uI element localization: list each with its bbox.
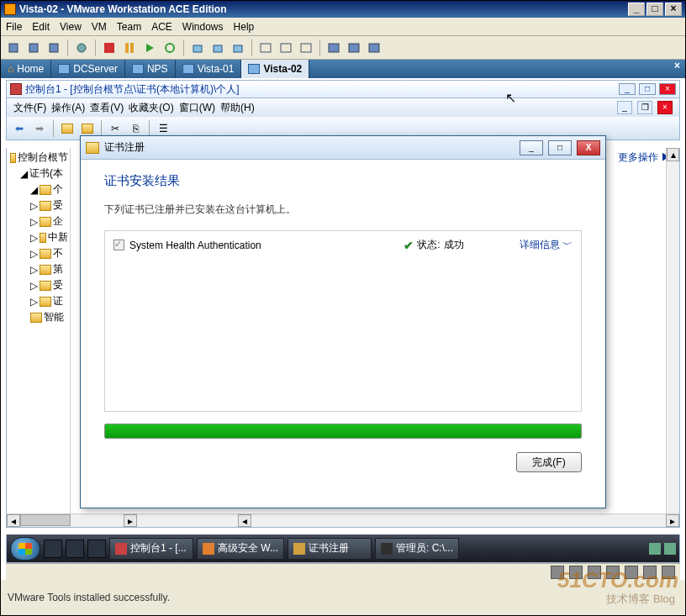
scroll-left2-icon[interactable]: ◂ — [238, 514, 251, 527]
svg-rect-5 — [125, 43, 129, 53]
tree-folder[interactable]: 智能 — [8, 309, 68, 325]
tab-nps[interactable]: NPS — [125, 60, 176, 78]
task-cert[interactable]: 证书注册 — [288, 538, 372, 560]
snapshot-take-icon[interactable] — [188, 39, 207, 57]
menu-view[interactable]: View — [60, 21, 82, 33]
tree-folder[interactable]: ▷不 — [8, 245, 68, 261]
mmc-maximize-button[interactable]: □ — [639, 83, 656, 95]
start-button[interactable] — [10, 537, 40, 561]
vm-icon — [182, 64, 194, 74]
mmc-menu-file[interactable]: 文件(F) — [13, 101, 46, 115]
unity-icon[interactable] — [365, 39, 383, 57]
tab-vista02[interactable]: Vista-02 — [241, 60, 309, 78]
tray-icon[interactable] — [664, 543, 676, 555]
scroll-right2-icon[interactable]: ▸ — [666, 514, 679, 527]
quicklaunch-icon[interactable] — [87, 540, 106, 558]
menu-windows[interactable]: Windows — [182, 21, 224, 33]
mmc-minimize-button[interactable]: _ — [619, 83, 636, 95]
folder-up-icon[interactable] — [58, 119, 77, 138]
expand-icon: ▷ — [30, 216, 38, 228]
device-icon[interactable] — [662, 566, 675, 579]
tree-folder[interactable]: ▷第 — [8, 261, 68, 277]
scroll-right-icon[interactable]: ▸ — [124, 514, 137, 527]
tab-vista01[interactable]: Vista-01 — [176, 60, 242, 78]
view-console-icon[interactable] — [256, 39, 275, 57]
snapshot-revert-icon[interactable] — [208, 39, 227, 57]
reset-icon[interactable] — [161, 39, 179, 57]
mmc-menu-action[interactable]: 操作(A) — [51, 101, 85, 115]
menu-file[interactable]: File — [6, 21, 22, 33]
tray-icon[interactable] — [649, 543, 661, 555]
device-icon[interactable] — [625, 566, 638, 579]
mmc-menu-view[interactable]: 查看(V) — [90, 101, 124, 115]
menu-ace[interactable]: ACE — [151, 21, 172, 33]
tree-folder[interactable]: ▷中新 — [8, 229, 68, 245]
detail-link[interactable]: 详细信息 ﹀ — [520, 238, 573, 252]
forward-icon[interactable]: ➡ — [30, 119, 49, 138]
task-console[interactable]: 控制台1 - [... — [109, 538, 193, 560]
mmc-menu-fav[interactable]: 收藏夹(O) — [129, 101, 173, 115]
more-actions-link[interactable]: 更多操作 — [618, 151, 658, 163]
tree-cert[interactable]: ◢证书(本 — [8, 166, 68, 182]
quickswitch-icon[interactable] — [345, 39, 363, 57]
finish-button[interactable]: 完成(F) — [516, 452, 582, 472]
scroll-up-icon[interactable]: ▴ — [667, 148, 679, 161]
close-button[interactable]: × — [665, 3, 682, 16]
task-cmd[interactable]: 管理员: C:\... — [375, 538, 459, 560]
task-firewall[interactable]: 高级安全 W... — [197, 538, 284, 560]
mmc-child-minimize[interactable]: _ — [617, 101, 632, 114]
tab-close-icon[interactable]: × — [669, 60, 685, 78]
snapshot-manage-icon[interactable] — [229, 39, 247, 57]
minimize-button[interactable]: _ — [628, 3, 645, 16]
mmc-title-text: 控制台1 - [控制台根节点\证书(本地计算机)\个人] — [25, 82, 240, 97]
detail-label: 详细信息 — [520, 239, 560, 250]
mmc-close-button[interactable]: × — [659, 83, 676, 95]
menu-team[interactable]: Team — [117, 21, 141, 33]
scroll-thumb[interactable] — [20, 514, 71, 526]
tree-folder[interactable]: ▷受 — [8, 197, 68, 213]
mmc-child-close[interactable]: × — [657, 101, 673, 114]
menu-vm[interactable]: VM — [92, 21, 107, 33]
snapshot-icon[interactable] — [72, 39, 91, 57]
power-on-icon[interactable] — [4, 39, 23, 57]
tree-folder[interactable]: ▷受 — [8, 277, 68, 293]
tab-home[interactable]: ⌂Home — [1, 60, 51, 78]
dialog-titlebar: 证书注册 _ □ X — [81, 136, 605, 160]
scroll-left-icon[interactable]: ◂ — [7, 514, 20, 527]
device-icon[interactable] — [569, 566, 583, 579]
device-icon[interactable] — [588, 566, 601, 579]
menu-help[interactable]: Help — [234, 21, 255, 33]
maximize-button[interactable]: □ — [646, 3, 663, 16]
device-icon[interactable] — [643, 566, 657, 579]
svg-rect-12 — [261, 44, 271, 52]
dialog-minimize-button[interactable]: _ — [520, 140, 543, 155]
view-summary-icon[interactable] — [277, 39, 295, 57]
quicklaunch-icon[interactable] — [44, 540, 62, 558]
power-off-icon[interactable] — [24, 39, 43, 57]
horizontal-scrollbar[interactable]: ◂ ▸ ◂ ▸ — [7, 513, 679, 527]
back-icon[interactable]: ⬅ — [10, 119, 29, 138]
pause-icon[interactable] — [120, 39, 139, 57]
vertical-scrollbar[interactable]: ▴ — [666, 148, 679, 513]
dialog-close-button[interactable]: X — [577, 140, 600, 155]
device-icon[interactable] — [551, 566, 564, 579]
suspend-icon[interactable] — [45, 39, 63, 57]
tab-dcserver[interactable]: DCServer — [51, 60, 125, 78]
mmc-menu-window[interactable]: 窗口(W) — [179, 101, 215, 115]
fullscreen-icon[interactable] — [325, 39, 343, 57]
svg-rect-14 — [301, 44, 311, 52]
dialog-maximize-button[interactable]: □ — [548, 140, 572, 155]
menu-edit[interactable]: Edit — [32, 21, 50, 33]
device-icon[interactable] — [606, 566, 620, 579]
stop-icon[interactable] — [100, 39, 119, 57]
mmc-menu-help[interactable]: 帮助(H) — [220, 101, 255, 115]
status-label: 状态: — [417, 238, 440, 252]
tree-folder[interactable]: ▷证 — [8, 293, 68, 309]
view-appliance-icon[interactable] — [297, 39, 315, 57]
play-icon[interactable] — [140, 39, 159, 57]
tree-folder[interactable]: ▷企 — [8, 213, 68, 229]
tree-folder[interactable]: ◢个 — [8, 182, 68, 197]
quicklaunch-icon[interactable] — [66, 540, 84, 558]
tree-root[interactable]: 控制台根节 — [8, 150, 68, 166]
mmc-child-restore[interactable]: ❐ — [637, 101, 652, 114]
